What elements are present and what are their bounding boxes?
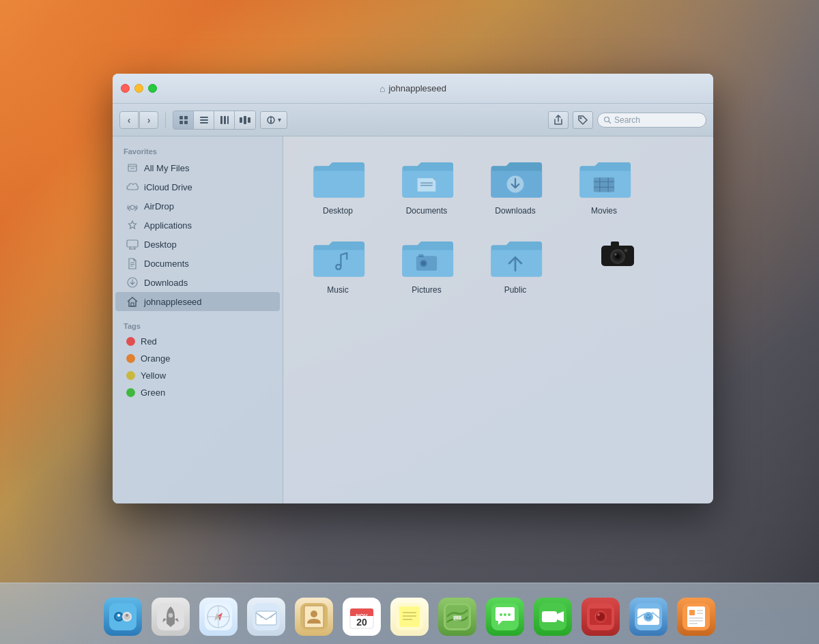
sidebar-item-icloud-drive[interactable]: iCloud Drive — [115, 177, 280, 196]
sidebar-item-label: Red — [141, 336, 157, 347]
folder-movies[interactable]: Movies — [563, 150, 645, 222]
list-view-button[interactable] — [194, 111, 214, 129]
sidebar-tag-orange[interactable]: Orange — [115, 350, 280, 367]
dock-item-finder[interactable] — [101, 592, 145, 636]
folder-desktop[interactable]: Desktop — [297, 150, 379, 222]
folder-documents[interactable]: Documents — [386, 150, 468, 222]
minimize-button[interactable] — [134, 84, 143, 93]
svg-rect-10 — [240, 117, 242, 123]
notes-icon — [390, 598, 429, 636]
documents-icon — [126, 257, 139, 269]
dock-item-messages[interactable] — [483, 592, 527, 636]
svg-point-91 — [508, 613, 511, 616]
svg-rect-3 — [184, 121, 188, 124]
sidebar-item-label: Yellow — [141, 370, 166, 381]
dock-item-maps[interactable]: 280 — [435, 592, 479, 636]
maximize-button[interactable] — [148, 84, 157, 93]
sidebar-item-documents[interactable]: Documents — [115, 254, 280, 273]
svg-rect-6 — [200, 122, 208, 123]
folder-pictures[interactable]: Pictures — [386, 229, 468, 302]
dock-item-mail[interactable] — [244, 592, 288, 636]
content-area: Favorites All My Files iCloud — [113, 136, 713, 503]
arrange-button[interactable]: ▾ — [260, 111, 287, 129]
desktop-icon — [126, 238, 139, 250]
svg-rect-80 — [399, 606, 420, 627]
svg-rect-93 — [542, 611, 557, 622]
svg-rect-5 — [200, 119, 208, 121]
sidebar-item-airdrop[interactable]: AirDrop — [115, 196, 280, 216]
svg-point-72 — [311, 611, 317, 617]
svg-text:20: 20 — [356, 617, 367, 628]
sidebar-item-label: AirDrop — [144, 201, 174, 211]
orange-tag-dot — [126, 354, 135, 363]
folder-public[interactable]: Public — [474, 229, 556, 302]
svg-point-90 — [504, 613, 506, 616]
traffic-lights — [121, 84, 157, 93]
svg-rect-35 — [594, 177, 614, 192]
share-button[interactable] — [548, 111, 569, 129]
tag-button[interactable] — [573, 111, 593, 129]
sidebar: Favorites All My Files iCloud — [113, 136, 283, 503]
folder-label-pictures: Pictures — [412, 285, 441, 295]
home-icon: ⌂ — [379, 83, 385, 94]
sidebar-tag-red[interactable]: Red — [115, 333, 280, 350]
svg-point-16 — [580, 117, 582, 119]
sidebar-item-label: Desktop — [144, 239, 177, 250]
contacts-icon — [295, 598, 333, 636]
folder-music[interactable]: Music — [297, 229, 379, 302]
pages-icon — [677, 598, 715, 636]
folder-label-public: Public — [504, 285, 527, 295]
sidebar-item-desktop[interactable]: Desktop — [115, 235, 280, 254]
folder-label-movies: Movies — [591, 206, 617, 216]
forward-button[interactable]: › — [139, 111, 158, 129]
camera-icon — [597, 236, 638, 270]
safari-icon — [199, 598, 238, 636]
svg-point-56 — [117, 614, 120, 617]
svg-rect-8 — [224, 116, 226, 124]
sidebar-item-label: iCloud Drive — [144, 182, 192, 192]
dock-item-contacts[interactable] — [292, 592, 336, 636]
sidebar-item-downloads[interactable]: Downloads — [115, 273, 280, 292]
svg-point-89 — [500, 613, 502, 616]
icon-view-button[interactable] — [173, 111, 194, 129]
sidebar-item-all-my-files[interactable]: All My Files — [115, 158, 280, 177]
svg-rect-87 — [453, 615, 461, 621]
search-icon — [603, 116, 612, 124]
home-sidebar-icon — [126, 295, 139, 308]
svg-point-43 — [421, 261, 425, 265]
all-my-files-icon — [126, 162, 139, 174]
sidebar-tag-yellow[interactable]: Yellow — [115, 367, 280, 384]
dock-item-safari[interactable] — [197, 592, 240, 636]
dock-item-iphoto[interactable] — [627, 592, 670, 636]
column-view-button[interactable] — [214, 111, 235, 129]
sidebar-item-applications[interactable]: Applications — [115, 216, 280, 235]
dock-item-pages[interactable] — [674, 592, 718, 636]
folder-icon-movies — [577, 157, 631, 201]
search-bar[interactable]: Search — [597, 113, 706, 128]
svg-rect-9 — [227, 116, 229, 124]
sidebar-item-label: Orange — [141, 353, 170, 364]
svg-line-18 — [609, 121, 611, 123]
dock-item-launchpad[interactable] — [149, 592, 192, 636]
dock-item-facetime[interactable] — [531, 592, 575, 636]
folder-downloads[interactable]: Downloads — [474, 150, 556, 222]
dock-item-photobooth[interactable] — [579, 592, 622, 636]
back-button[interactable]: ‹ — [119, 111, 139, 129]
svg-rect-0 — [179, 116, 183, 119]
cover-flow-button[interactable] — [235, 111, 255, 129]
svg-rect-41 — [418, 254, 423, 257]
view-buttons — [173, 111, 256, 130]
svg-rect-19 — [128, 164, 136, 171]
dock-item-notes[interactable] — [388, 592, 431, 636]
title-bar: ⌂ johnappleseed — [113, 74, 713, 104]
dock-item-calendar[interactable]: NOV 20 — [340, 592, 384, 636]
photobooth-icon — [581, 598, 620, 636]
sidebar-tag-green[interactable]: Green — [115, 384, 280, 401]
sidebar-item-label: Applications — [144, 220, 192, 231]
close-button[interactable] — [121, 84, 130, 93]
sidebar-item-home[interactable]: johnappleseed — [115, 292, 280, 311]
svg-rect-2 — [179, 121, 183, 124]
folder-icon-documents — [399, 157, 454, 201]
messages-icon — [486, 598, 524, 636]
toolbar: ‹ › — [113, 104, 713, 136]
